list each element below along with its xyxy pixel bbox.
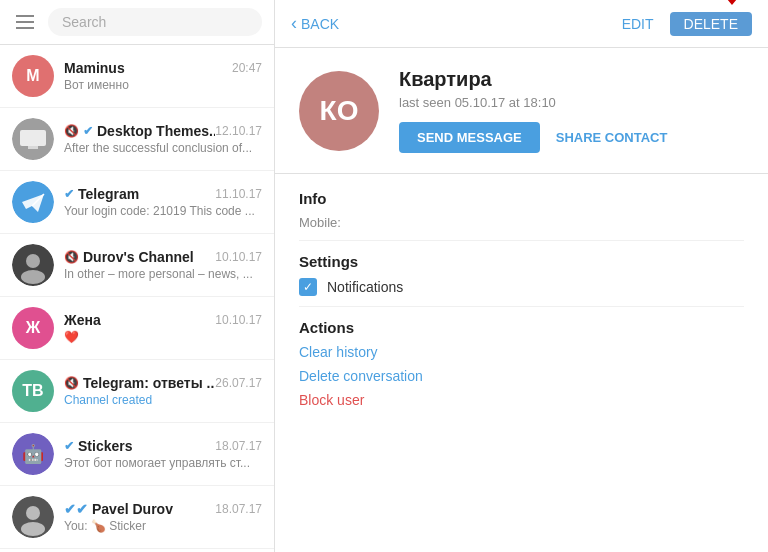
avatar: [12, 118, 54, 160]
chat-top: 🔇Durov's Channel 10.10.17: [64, 249, 262, 265]
profile-name: Квартира: [399, 68, 744, 91]
chat-time: 12.10.17: [215, 124, 262, 138]
chat-top: ✔✔Pavel Durov 18.07.17: [64, 501, 262, 517]
chat-item-desktop-themes[interactable]: 🔇✔Desktop Themes... 12.10.17 After the s…: [0, 108, 274, 171]
share-contact-button[interactable]: SHARE CONTACT: [556, 122, 668, 153]
chat-time: 10.10.17: [215, 313, 262, 327]
edit-button[interactable]: EDIT: [622, 16, 654, 32]
chat-info: Maminus 20:47 Вот именно: [64, 60, 262, 92]
profile-section: КО Квартира last seen 05.10.17 at 18:10 …: [275, 48, 768, 174]
chat-top: 🔇Telegram: ответы ... 26.07.17: [64, 375, 262, 391]
clear-history-link[interactable]: Clear history: [299, 344, 744, 360]
verified-icon: ✔: [64, 439, 74, 453]
chat-info: 🔇Durov's Channel 10.10.17 In other – mor…: [64, 249, 262, 281]
chat-preview: After the successful conclusion of...: [64, 141, 262, 155]
notifications-row: Notifications: [299, 278, 744, 296]
chat-name: Maminus: [64, 60, 125, 76]
avatar: ТВ: [12, 370, 54, 412]
back-label: BACK: [301, 16, 339, 32]
chat-time: 10.10.17: [215, 250, 262, 264]
chat-top: Maminus 20:47: [64, 60, 262, 76]
mobile-row: Mobile:: [299, 215, 744, 230]
chat-preview: Этот бот помогает управлять ст...: [64, 456, 262, 470]
verified-icon: ✔: [83, 124, 93, 138]
chat-preview: In other – more personal – news, ...: [64, 267, 262, 281]
chat-name: ✔Telegram: [64, 186, 139, 202]
send-message-button[interactable]: SEND MESSAGE: [399, 122, 540, 153]
sidebar-header: Search: [0, 0, 274, 45]
chat-info: ✔✔Pavel Durov 18.07.17 You: 🍗 Sticker: [64, 501, 262, 533]
divider-1: [299, 240, 744, 241]
svg-marker-15: [707, 0, 757, 5]
chat-name: ✔Stickers: [64, 438, 132, 454]
chat-list: M Maminus 20:47 Вот именно 🔇✔Desktop The…: [0, 45, 274, 552]
mobile-label: Mobile:: [299, 215, 341, 230]
chat-info: ✔Stickers 18.07.17 Этот бот помогает упр…: [64, 438, 262, 470]
chat-info: 🔇Telegram: ответы ... 26.07.17 Channel c…: [64, 375, 262, 407]
delete-conversation-link[interactable]: Delete conversation: [299, 368, 744, 384]
chat-preview: Channel created: [64, 393, 262, 407]
hamburger-menu[interactable]: [12, 11, 38, 33]
svg-text:🤖: 🤖: [22, 443, 45, 465]
chat-preview: ❤️: [64, 330, 262, 344]
chat-top: Жена 10.10.17: [64, 312, 262, 328]
profile-status: last seen 05.10.17 at 18:10: [399, 95, 744, 110]
muted-icon: 🔇: [64, 250, 79, 264]
chat-preview: Your login code: 21019 This code ...: [64, 204, 262, 218]
detail-content: Info Mobile: Settings Notifications Acti…: [275, 174, 768, 552]
chat-item-pavel-durov[interactable]: ✔✔Pavel Durov 18.07.17 You: 🍗 Sticker: [0, 486, 274, 549]
chat-info: ✔Telegram 11.10.17 Your login code: 2101…: [64, 186, 262, 218]
sidebar: Search M Maminus 20:47 Вот именно 🔇✔Desk…: [0, 0, 275, 552]
chat-item-zhena[interactable]: Ж Жена 10.10.17 ❤️: [0, 297, 274, 360]
block-user-link[interactable]: Block user: [299, 392, 744, 408]
info-section-title: Info: [299, 190, 744, 207]
chat-item-telegram-otvety[interactable]: ТВ 🔇Telegram: ответы ... 26.07.17 Channe…: [0, 360, 274, 423]
chat-name: Жена: [64, 312, 101, 328]
chat-top: ✔Telegram 11.10.17: [64, 186, 262, 202]
actions-section-title: Actions: [299, 319, 744, 336]
chat-item-durovs-channel[interactable]: 🔇Durov's Channel 10.10.17 In other – mor…: [0, 234, 274, 297]
avatar: Ж: [12, 307, 54, 349]
chat-name: 🔇✔Desktop Themes...: [64, 123, 215, 139]
svg-point-10: [26, 506, 40, 520]
profile-avatar: КО: [299, 71, 379, 151]
divider-2: [299, 306, 744, 307]
avatar: 🤖: [12, 433, 54, 475]
notifications-label: Notifications: [327, 279, 403, 295]
double-check-icon: ✔✔: [64, 501, 88, 517]
svg-point-5: [26, 254, 40, 268]
muted-icon: 🔇: [64, 376, 79, 390]
chat-info: Жена 10.10.17 ❤️: [64, 312, 262, 344]
back-arrow-icon: ‹: [291, 13, 297, 34]
profile-info: Квартира last seen 05.10.17 at 18:10 SEN…: [399, 68, 744, 153]
detail-header: ‹ BACK EDIT DELETE: [275, 0, 768, 48]
svg-point-6: [21, 270, 45, 284]
detail-panel: ‹ BACK EDIT DELETE КО Квартира last see: [275, 0, 768, 552]
arrow-annotation: [702, 0, 762, 9]
chat-time: 11.10.17: [215, 187, 262, 201]
chat-top: 🔇✔Desktop Themes... 12.10.17: [64, 123, 262, 139]
chat-time: 26.07.17: [215, 376, 262, 390]
search-input[interactable]: Search: [48, 8, 262, 36]
chat-preview: You: 🍗 Sticker: [64, 519, 262, 533]
delete-button[interactable]: DELETE: [670, 12, 752, 36]
svg-point-11: [21, 522, 45, 536]
settings-section-title: Settings: [299, 253, 744, 270]
avatar: [12, 244, 54, 286]
header-actions: EDIT DELETE: [622, 12, 752, 36]
back-button[interactable]: ‹ BACK: [291, 13, 339, 34]
svg-rect-1: [20, 130, 46, 146]
svg-rect-2: [28, 146, 38, 149]
profile-actions: SEND MESSAGE SHARE CONTACT: [399, 122, 744, 153]
chat-item-telegram[interactable]: ✔Telegram 11.10.17 Your login code: 2101…: [0, 171, 274, 234]
notifications-checkbox[interactable]: [299, 278, 317, 296]
chat-top: ✔Stickers 18.07.17: [64, 438, 262, 454]
avatar: [12, 181, 54, 223]
chat-preview: Вот именно: [64, 78, 262, 92]
chat-item-maminus[interactable]: M Maminus 20:47 Вот именно: [0, 45, 274, 108]
chat-name: ✔✔Pavel Durov: [64, 501, 173, 517]
muted-icon: 🔇: [64, 124, 79, 138]
verified-icon: ✔: [64, 187, 74, 201]
chat-item-stickers[interactable]: 🤖 ✔Stickers 18.07.17 Этот бот помогает у…: [0, 423, 274, 486]
avatar: [12, 496, 54, 538]
